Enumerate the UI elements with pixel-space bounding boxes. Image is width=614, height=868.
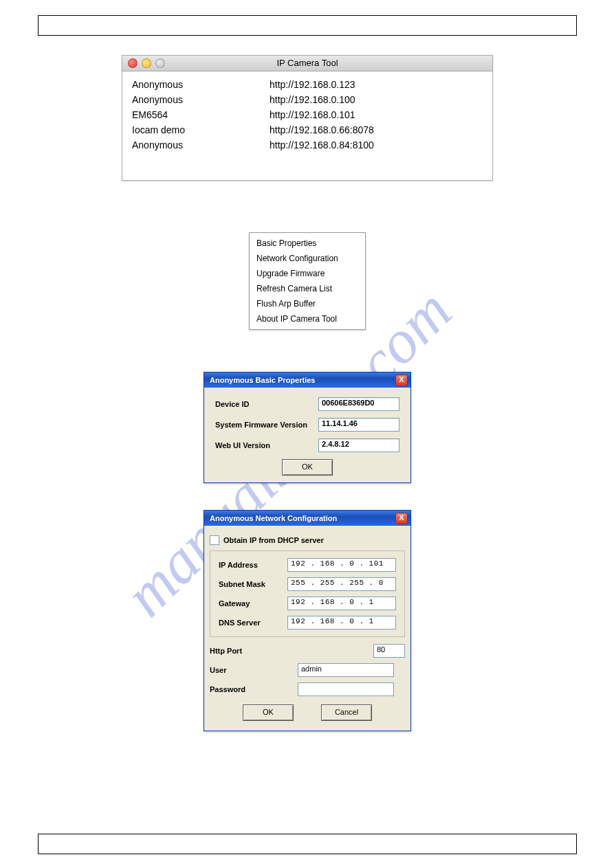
- gateway-row: Gateway 192 . 168 . 0 . 1: [219, 597, 396, 610]
- ip-input[interactable]: 192 . 168 . 0 . 101: [287, 558, 396, 572]
- ok-button[interactable]: OK: [243, 704, 294, 721]
- user-row: User admin: [204, 663, 410, 677]
- dialog-titlebar: Anonymous Basic Properties X: [204, 372, 410, 388]
- ip-group: IP Address 192 . 168 . 0 . 101 Subnet Ma…: [210, 550, 405, 637]
- dialog-body: Device ID 00606E8369D0 System Firmware V…: [204, 388, 410, 482]
- ip-row: IP Address 192 . 168 . 0 . 101: [219, 558, 396, 572]
- list-item[interactable]: EM6564 http://192.168.0.101: [122, 107, 492, 122]
- http-port-label: Http Port: [210, 647, 285, 655]
- menu-item-upgrade-firmware[interactable]: Upgrade Firmware: [250, 266, 365, 281]
- close-icon[interactable]: [128, 58, 138, 68]
- basic-properties-dialog: Anonymous Basic Properties X Device ID 0…: [204, 372, 411, 483]
- ip-label: IP Address: [219, 561, 287, 569]
- list-item[interactable]: Anonymous http://192.168.0.84:8100: [122, 137, 492, 153]
- menu-item-about[interactable]: About IP Camera Tool: [250, 311, 365, 326]
- dialog-body: Obtain IP from DHCP server IP Address 19…: [204, 526, 410, 721]
- password-input[interactable]: [298, 682, 394, 696]
- camera-name: Anonymous: [122, 77, 270, 92]
- mask-label: Subnet Mask: [219, 580, 287, 588]
- user-input[interactable]: admin: [298, 663, 394, 677]
- manual-page: manualshive.com IP Camera Tool Anonymous…: [0, 0, 614, 868]
- network-config-dialog: Anonymous Network Configuration X Obtain…: [204, 510, 411, 731]
- http-port-row: Http Port 80: [204, 644, 410, 658]
- ok-button[interactable]: OK: [282, 459, 333, 476]
- dialog-title: Anonymous Basic Properties: [210, 376, 315, 384]
- menu-item-network-configuration[interactable]: Network Configuration: [250, 251, 365, 266]
- dhcp-label: Obtain IP from DHCP server: [223, 536, 324, 544]
- list-item[interactable]: Anonymous http://192.168.0.123: [122, 77, 492, 92]
- http-port-input[interactable]: 80: [373, 644, 405, 658]
- footer-frame: [38, 834, 577, 854]
- zoom-icon[interactable]: [155, 58, 165, 68]
- property-row: Device ID 00606E8369D0: [215, 397, 399, 411]
- webui-value: 2.4.8.12: [318, 438, 399, 452]
- property-row: Web UI Version 2.4.8.12: [215, 438, 399, 452]
- dns-input[interactable]: 192 . 168 . 0 . 1: [287, 616, 396, 630]
- close-button[interactable]: X: [395, 375, 408, 386]
- window-title: IP Camera Tool: [276, 58, 338, 68]
- camera-url: http://192.168.0.100: [270, 92, 492, 107]
- header-frame: [38, 15, 577, 36]
- firmware-label: System Firmware Version: [215, 421, 318, 429]
- gateway-input[interactable]: 192 . 168 . 0 . 1: [287, 597, 396, 610]
- minimize-icon[interactable]: [142, 58, 151, 68]
- password-label: Password: [210, 685, 285, 693]
- menu-item-basic-properties[interactable]: Basic Properties: [250, 236, 365, 251]
- dns-label: DNS Server: [219, 619, 287, 627]
- camera-name: Anonymous: [122, 137, 270, 153]
- traffic-lights: [128, 58, 165, 68]
- password-row: Password: [204, 682, 410, 696]
- camera-url: http://192.168.0.123: [270, 77, 492, 92]
- button-row: OK Cancel: [204, 704, 410, 721]
- camera-name: EM6564: [122, 107, 270, 122]
- webui-label: Web UI Version: [215, 441, 318, 449]
- list-item[interactable]: Iocam demo http://192.168.0.66:8078: [122, 122, 492, 137]
- menu-item-flush-arp-buffer[interactable]: Flush Arp Buffer: [250, 296, 365, 311]
- camera-url: http://192.168.0.101: [270, 107, 492, 122]
- dns-row: DNS Server 192 . 168 . 0 . 1: [219, 616, 396, 630]
- dialog-title: Anonymous Network Configuration: [210, 514, 337, 522]
- dialog-titlebar: Anonymous Network Configuration X: [204, 511, 410, 526]
- list-item[interactable]: Anonymous http://192.168.0.100: [122, 92, 492, 107]
- mask-row: Subnet Mask 255 . 255 . 255 . 0: [219, 577, 396, 591]
- camera-list: Anonymous http://192.168.0.123 Anonymous…: [122, 71, 492, 180]
- camera-name: Iocam demo: [122, 122, 270, 137]
- dhcp-checkbox-row: Obtain IP from DHCP server: [210, 535, 405, 545]
- gateway-label: Gateway: [219, 599, 287, 608]
- camera-url: http://192.168.0.84:8100: [270, 137, 492, 153]
- firmware-value: 11.14.1.46: [318, 418, 399, 432]
- menu-item-refresh-camera-list[interactable]: Refresh Camera List: [250, 281, 365, 296]
- device-id-label: Device ID: [215, 400, 318, 408]
- user-label: User: [210, 666, 285, 674]
- ip-camera-tool-window: IP Camera Tool Anonymous http://192.168.…: [122, 55, 493, 181]
- close-button[interactable]: X: [395, 513, 408, 524]
- dhcp-checkbox[interactable]: [210, 535, 219, 545]
- device-id-value: 00606E8369D0: [318, 397, 399, 411]
- camera-name: Anonymous: [122, 92, 270, 107]
- context-menu: Basic Properties Network Configuration U…: [249, 232, 366, 330]
- camera-url: http://192.168.0.66:8078: [270, 122, 492, 137]
- cancel-button[interactable]: Cancel: [321, 704, 372, 721]
- property-row: System Firmware Version 11.14.1.46: [215, 418, 399, 432]
- mask-input[interactable]: 255 . 255 . 255 . 0: [287, 577, 396, 591]
- window-titlebar: IP Camera Tool: [122, 56, 492, 71]
- button-row: OK: [215, 459, 399, 476]
